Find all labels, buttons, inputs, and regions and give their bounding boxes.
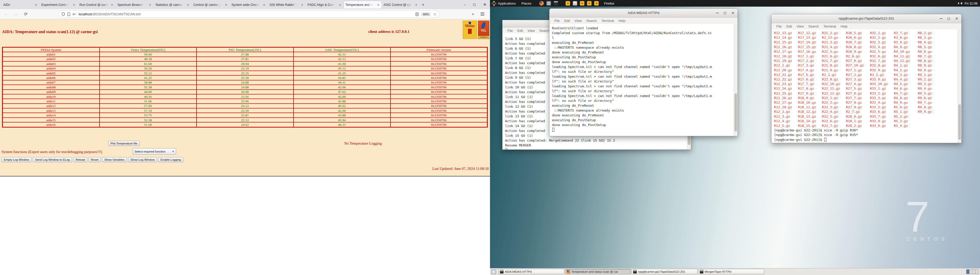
back-button[interactable]: ← (4, 11, 8, 17)
menu-item-file[interactable]: File (774, 24, 784, 28)
action-button[interactable]: Reload (73, 157, 87, 162)
browser-tab[interactable]: Statistics @ carme-× (154, 1, 191, 9)
menu-item-search[interactable]: Search (584, 19, 599, 23)
taskbar-window-button[interactable]: AIDA MIDAS HTTPd (498, 269, 564, 274)
taskbar-window-button[interactable]: Merger/Tape HTTPd (698, 269, 764, 274)
browser-tab[interactable]: ASIC Control @ car× (382, 1, 420, 9)
midas-launcher-icon[interactable]: M (580, 1, 584, 6)
taskbar-window-button[interactable]: Temperature and status scan @ car (565, 269, 631, 274)
tab-close-icon[interactable]: × (415, 3, 418, 7)
bookmark-star-icon[interactable]: ☆ (433, 12, 437, 17)
page-info-icon[interactable] (67, 13, 70, 16)
shield-icon[interactable] (62, 12, 65, 16)
reload-button[interactable]: ⟳ (24, 11, 27, 17)
overflow-chevron[interactable]: » (472, 12, 474, 16)
browser-tab[interactable]: Temperature and st× (344, 1, 382, 9)
taskbar-window-button[interactable]: npg@carme-gsi:/TapeData/G22-201 (632, 269, 697, 274)
browser-tab[interactable]: Experiment Control× (40, 1, 77, 9)
menu-item-edit[interactable]: Edit (562, 19, 572, 23)
scrollbar[interactable] (734, 24, 738, 136)
browser-tab[interactable]: FADC Align & Cont× (306, 1, 344, 9)
browser-tab[interactable]: GSI White Rabbit T× (268, 1, 305, 9)
aida-midas-httpd-window[interactable]: AIDA MIDAS HTTPd ✕ FileEditViewSearchTer… (549, 8, 738, 136)
menu-hamburger-icon[interactable] (480, 13, 484, 16)
action-button[interactable]: Reset (89, 157, 101, 162)
close-button[interactable]: ✕ (483, 2, 487, 7)
aida-midas-httpd-titlebar[interactable]: AIDA MIDAS HTTPd ✕ (549, 9, 738, 17)
browser-tab[interactable]: AIDA× (2, 1, 39, 9)
midas-launcher-icon[interactable]: M (566, 1, 570, 6)
maximize-button[interactable] (948, 17, 950, 20)
action-button[interactable]: Send Log Window to ELog (33, 157, 72, 162)
menu-item-terminal[interactable]: Terminal (599, 19, 616, 23)
npg-tape-terminal-titlebar[interactable]: npg@carme-gsi:/TapeData/G22-201 ✕ (772, 14, 961, 23)
browser-tab[interactable]: Control @ carme-g× (192, 1, 229, 9)
close-button[interactable]: ✕ (731, 12, 735, 14)
tab-close-icon[interactable]: × (186, 3, 189, 7)
applications-menu[interactable]: Applications (498, 2, 516, 5)
npg-tape-terminal-window[interactable]: npg@carme-gsi:/TapeData/G22-201 ✕ FileEd… (771, 14, 962, 143)
menu-item-edit[interactable]: Edit (784, 24, 794, 28)
minimize-button[interactable]: – (464, 3, 466, 6)
tab-close-icon[interactable]: × (73, 3, 76, 7)
forward-button[interactable]: → (14, 11, 18, 17)
terminal-output[interactable]: RunControlClient loadedCompleted custom … (549, 24, 734, 136)
show-desktop-button[interactable] (491, 269, 496, 274)
minimize-button[interactable] (716, 13, 719, 13)
tab-close-icon[interactable]: × (224, 3, 228, 7)
browser-tab[interactable]: Run Control @ carm× (78, 1, 115, 9)
maximize-button[interactable] (724, 12, 726, 14)
tab-close-icon[interactable]: × (110, 3, 114, 7)
centos-menu-icon[interactable] (491, 0, 496, 6)
function-select[interactable]: Select required function ▼ (133, 148, 176, 155)
action-button[interactable]: Show Variables (102, 157, 127, 162)
tab-close-icon[interactable]: × (377, 3, 380, 7)
menu-item-file[interactable]: File (505, 29, 515, 33)
action-button[interactable]: Enable Logging (158, 157, 183, 162)
action-button[interactable]: Empty Log Window (2, 157, 32, 162)
browser-tab[interactable]: System wide Check× (230, 1, 267, 9)
minimize-button[interactable] (940, 18, 942, 19)
places-menu[interactable]: Places (522, 2, 531, 5)
new-tab-button[interactable]: + (420, 1, 426, 9)
menu-item-view[interactable]: View (572, 19, 584, 23)
menu-item-file[interactable]: File (552, 19, 562, 23)
menu-item-edit[interactable]: Edit (515, 29, 525, 33)
menu-item-help[interactable]: Help (838, 24, 850, 28)
action-button[interactable]: Show Log Window (128, 157, 157, 162)
window-list-taskbar: AIDA MIDAS HTTPdTemperature and status s… (490, 268, 980, 275)
permissions-icon[interactable] (73, 13, 76, 16)
menu-item-help[interactable]: Help (616, 19, 628, 23)
scrollbar[interactable] (958, 30, 961, 143)
menu-item-search[interactable]: Search (806, 24, 821, 28)
menu-item-terminal[interactable]: Terminal (821, 24, 838, 28)
printer-launcher-icon[interactable] (573, 1, 577, 6)
terminal-launcher-icon[interactable] (554, 1, 558, 6)
plot-temperature-button[interactable]: Plot Temperature file (108, 141, 140, 146)
maximize-button[interactable] (473, 3, 476, 6)
workspace-switcher[interactable] (966, 269, 979, 274)
file-listing-line: R12_14.gz R17_13.gz R2_13.gz R26_6.gz R3… (774, 35, 958, 40)
firefox-launcher-icon[interactable] (539, 1, 544, 6)
volume-icon[interactable] (959, 2, 962, 5)
close-button[interactable]: ✕ (955, 17, 958, 20)
midas-launcher-icon[interactable]: M (594, 1, 599, 6)
tab-label: Spectrum Browser (118, 3, 144, 6)
tab-close-icon[interactable]: × (301, 3, 304, 7)
reader-mode-icon[interactable] (415, 13, 419, 16)
files-launcher-icon[interactable] (546, 1, 551, 6)
url-bar[interactable]: localhost:8015/AIDA/TSCAN/TSCAN.tml 90% … (59, 10, 439, 18)
workspace-4[interactable] (975, 269, 979, 274)
tab-close-icon[interactable]: × (148, 3, 151, 7)
table-cell: 24.62 (197, 122, 293, 127)
tab-close-icon[interactable]: × (339, 3, 342, 7)
terminal-output[interactable]: R12_13.gz R17_12.gz R21_2.gz R26_5.gz R3… (772, 30, 958, 143)
tab-close-icon[interactable]: × (35, 3, 38, 7)
midas-launcher-icon[interactable]: M (587, 1, 592, 6)
tab-close-icon[interactable]: × (262, 3, 266, 7)
file-listing-line: R12_2.gz R18_12.gz R22_4.gz R2_7.gz R33_… (774, 109, 958, 114)
menu-item-view[interactable]: View (794, 24, 806, 28)
menu-item-view[interactable]: View (525, 29, 537, 33)
zoom-level-badge[interactable]: 90% (422, 12, 431, 16)
browser-tab[interactable]: Spectrum Browser× (116, 1, 153, 9)
